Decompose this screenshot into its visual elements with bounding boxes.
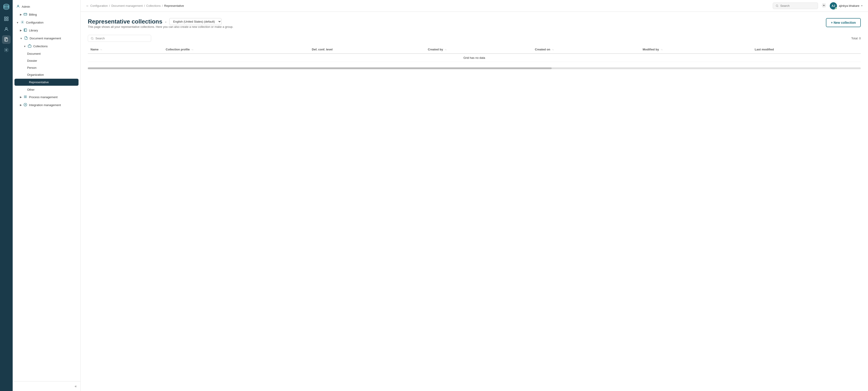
users-nav-icon[interactable] <box>2 25 11 33</box>
breadcrumb-collections[interactable]: Collections <box>146 4 161 7</box>
sidebar-item-other[interactable]: Other <box>13 86 80 93</box>
table-col-created-on[interactable]: Created on ↑↓ <box>532 45 640 54</box>
chevron-right-icon-integration: ▶ <box>20 104 22 106</box>
page-header: Representative collections · English (Un… <box>88 18 861 33</box>
breadcrumb-representative: Representative <box>164 4 184 7</box>
svg-rect-3 <box>4 17 6 18</box>
sidebar-item-admin[interactable]: Admin <box>13 3 80 11</box>
svg-point-7 <box>5 28 7 29</box>
header-right: AJ ajinkya bhakare ▾ <box>773 2 863 9</box>
breadcrumb: ← Configuration / Document management / … <box>86 4 184 7</box>
svg-point-17 <box>776 5 778 6</box>
document-management-icon <box>24 36 28 40</box>
chevron-right-icon: ▶ <box>20 13 22 16</box>
table-col-def-conf-level: Def. conf. level <box>309 45 425 54</box>
sidebar-item-process-mgmt-label: Process management <box>29 95 58 99</box>
table-col-last-modified: Last modified <box>752 45 861 54</box>
table-col-created-by[interactable]: Created by ↑↓ <box>425 45 532 54</box>
user-icon <box>16 4 20 9</box>
table-header-row: Name ↑↓ Collection profile ↑↓ Def. conf.… <box>88 45 861 54</box>
sidebar-item-organization-label: Organization <box>27 73 44 76</box>
table-search-box[interactable] <box>88 35 151 42</box>
sort-icon-created-by[interactable]: ↑↓ <box>445 49 447 51</box>
sidebar-item-organization[interactable]: Organization <box>13 71 80 78</box>
dashboard-nav-icon[interactable] <box>2 14 11 23</box>
sidebar-item-integration-management[interactable]: ▶ Integration management <box>13 101 80 109</box>
process-management-icon <box>24 95 27 99</box>
sidebar-item-document-management[interactable]: ▼ Document management <box>13 34 80 42</box>
total-count-label: Total: 0 <box>851 37 861 40</box>
sidebar-item-document[interactable]: Document <box>13 50 80 57</box>
chevron-down-icon-docmgmt: ▼ <box>20 37 22 40</box>
settings-nav-icon[interactable] <box>2 46 11 54</box>
sidebar-item-dossier-label: Dossier <box>27 59 37 62</box>
app-logo[interactable] <box>2 3 10 11</box>
chevron-down-icon: ▼ <box>16 21 19 24</box>
breadcrumb-sep1: / <box>109 4 110 7</box>
sidebar-item-other-label: Other <box>27 88 35 91</box>
sidebar-item-collections-label: Collections <box>33 44 48 48</box>
svg-rect-14 <box>24 29 27 31</box>
table-col-name[interactable]: Name ↑↓ <box>88 45 163 54</box>
collapse-sidebar-button[interactable]: « <box>75 384 77 388</box>
back-arrow-button[interactable]: ← <box>86 4 89 7</box>
sidebar-item-representative[interactable]: Representative <box>14 79 79 86</box>
svg-point-19 <box>91 37 93 39</box>
nav-sidebar: Admin ▶ Billing ▼ Configuration ▶ Librar… <box>13 0 81 391</box>
avatar: AJ <box>830 2 837 9</box>
sidebar-item-document-label: Document <box>27 52 40 56</box>
sidebar-item-configuration[interactable]: ▼ Configuration <box>13 19 80 27</box>
settings-icon[interactable] <box>822 3 826 8</box>
breadcrumb-sep2: / <box>144 4 145 7</box>
online-status-dot <box>835 7 837 9</box>
sidebar-item-dossier[interactable]: Dossier <box>13 57 80 64</box>
user-chevron-icon: ▾ <box>861 4 863 7</box>
sidebar-item-representative-label: Representative <box>29 80 49 84</box>
sidebar-item-billing-label: Billing <box>29 13 37 16</box>
language-select[interactable]: English (United States) (default) <box>169 18 221 25</box>
page-content: Representative collections · English (Un… <box>81 12 868 391</box>
svg-rect-4 <box>7 17 8 18</box>
sidebar-item-person[interactable]: Person <box>13 64 80 71</box>
sort-icon-name[interactable]: ↑↓ <box>100 49 102 51</box>
table-scrollbar[interactable] <box>88 67 861 69</box>
sort-icon-modified-by[interactable]: ↑↓ <box>661 49 662 51</box>
global-search-input[interactable] <box>780 4 815 7</box>
breadcrumb-document-management[interactable]: Document management <box>111 4 143 7</box>
table-search-input[interactable] <box>95 37 148 40</box>
collections-icon <box>28 44 31 48</box>
sort-icon-collection-profile[interactable]: ↑↓ <box>191 49 193 51</box>
breadcrumb-configuration[interactable]: Configuration <box>90 4 108 7</box>
page-title: Representative collections <box>88 18 162 25</box>
sort-icon-created-on[interactable]: ↑↓ <box>552 49 554 51</box>
sidebar-item-billing[interactable]: ▶ Billing <box>13 11 80 19</box>
library-icon <box>24 28 27 33</box>
top-header: ← Configuration / Document management / … <box>81 0 868 12</box>
sidebar-item-library[interactable]: ▶ Library <box>13 27 80 34</box>
search-icon <box>776 4 778 7</box>
svg-rect-5 <box>4 19 6 21</box>
table-col-modified-by[interactable]: Modified by ↑↓ <box>640 45 752 54</box>
svg-rect-9 <box>6 38 7 41</box>
table-col-collection-profile[interactable]: Collection profile ↑↓ <box>163 45 309 54</box>
sidebar-item-admin-label: Admin <box>22 5 30 8</box>
collections-table: Name ↑↓ Collection profile ↑↓ Def. conf.… <box>88 45 861 62</box>
page-title-row: Representative collections · English (Un… <box>88 18 233 25</box>
global-search-box[interactable] <box>773 2 818 9</box>
icon-sidebar <box>0 0 13 391</box>
svg-point-13 <box>22 22 23 23</box>
sidebar-item-collections[interactable]: ▼ Collections <box>13 42 80 50</box>
chevron-down-icon-collections: ▼ <box>24 45 26 48</box>
sidebar-item-doc-mgmt-label: Document management <box>30 37 61 40</box>
sidebar-item-process-management[interactable]: ▶ Process management <box>13 93 80 101</box>
documents-nav-icon[interactable] <box>2 35 11 44</box>
configuration-icon <box>21 20 24 25</box>
sidebar-item-person-label: Person <box>27 66 36 69</box>
table-scrollbar-thumb[interactable] <box>88 67 552 69</box>
user-info[interactable]: AJ ajinkya bhakare ▾ <box>830 2 863 9</box>
integration-management-icon <box>24 103 27 107</box>
new-collection-button[interactable]: + New collection <box>826 18 861 27</box>
breadcrumb-sep3: / <box>162 4 163 7</box>
title-separator-dot: · <box>165 19 166 25</box>
table-search-icon <box>91 37 94 40</box>
